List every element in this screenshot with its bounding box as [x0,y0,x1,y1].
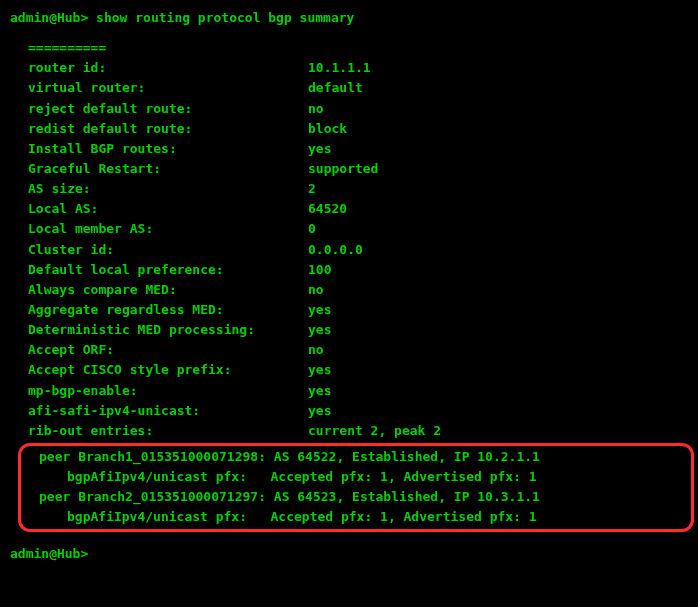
command-output: ========== router id:10.1.1.1virtual rou… [10,38,688,531]
prompt-line-bottom[interactable]: admin@Hub> [10,544,688,564]
row-label: afi-safi-ipv4-unicast: [28,401,308,421]
row-label: AS size: [28,179,308,199]
row-label: Accept CISCO style prefix: [28,360,308,380]
peer-subline: bgpAfiIpv4/unicast pfx: Accepted pfx: 1,… [29,467,687,487]
row-value: 2 [308,179,316,199]
row-value: yes [308,320,331,340]
row-label: Default local preference: [28,260,308,280]
row-label: Local AS: [28,199,308,219]
row-value: default [308,78,363,98]
row-label: reject default route: [28,99,308,119]
prompt-line-top[interactable]: admin@Hub> show routing protocol bgp sum… [10,8,688,28]
summary-row: Always compare MED:no [28,280,688,300]
peer-subline: bgpAfiIpv4/unicast pfx: Accepted pfx: 1,… [29,507,687,527]
row-label: Deterministic MED processing: [28,320,308,340]
row-value: yes [308,360,331,380]
row-label: router id: [28,58,308,78]
row-value: yes [308,300,331,320]
row-value: yes [308,381,331,401]
row-value: no [308,340,324,360]
row-value: supported [308,159,378,179]
row-value: 64520 [308,199,347,219]
summary-row: router id:10.1.1.1 [28,58,688,78]
shell-prompt-bottom: admin@Hub> [10,546,88,561]
summary-row: Aggregate regardless MED:yes [28,300,688,320]
peer-line: peer Branch2_015351000071297: AS 64523, … [29,487,687,507]
row-value: block [308,119,347,139]
row-label: virtual router: [28,78,308,98]
summary-row: mp-bgp-enable:yes [28,381,688,401]
summary-row: Local member AS:0 [28,219,688,239]
summary-row: Deterministic MED processing:yes [28,320,688,340]
row-label: Local member AS: [28,219,308,239]
row-label: Aggregate regardless MED: [28,300,308,320]
summary-row: Accept ORF:no [28,340,688,360]
row-value: no [308,99,324,119]
row-value: 0 [308,219,316,239]
summary-row: AS size:2 [28,179,688,199]
row-value: 10.1.1.1 [308,58,371,78]
summary-row: redist default route:block [28,119,688,139]
summary-row: reject default route:no [28,99,688,119]
summary-row: Default local preference:100 [28,260,688,280]
row-label: Cluster id: [28,240,308,260]
summary-row: afi-safi-ipv4-unicast:yes [28,401,688,421]
row-label: Install BGP routes: [28,139,308,159]
row-label: redist default route: [28,119,308,139]
summary-rows: router id:10.1.1.1virtual router:default… [28,58,688,441]
row-label: rib-out entries: [28,421,308,441]
summary-row: Graceful Restart:supported [28,159,688,179]
peer-line: peer Branch1_015351000071298: AS 64522, … [29,447,687,467]
summary-row: Accept CISCO style prefix:yes [28,360,688,380]
row-value: 0.0.0.0 [308,240,363,260]
summary-row: rib-out entries:current 2, peak 2 [28,421,688,441]
divider-line: ========== [28,38,688,58]
shell-prompt: admin@Hub> [10,10,88,25]
row-label: Accept ORF: [28,340,308,360]
row-value: current 2, peak 2 [308,421,441,441]
row-value: no [308,280,324,300]
row-value: 100 [308,260,331,280]
row-label: Graceful Restart: [28,159,308,179]
command-text: show routing protocol bgp summary [96,10,354,25]
row-label: mp-bgp-enable: [28,381,308,401]
summary-row: Cluster id:0.0.0.0 [28,240,688,260]
peer-highlight-box: peer Branch1_015351000071298: AS 64522, … [18,443,694,532]
row-value: yes [308,401,331,421]
spacer [10,534,688,544]
summary-row: Local AS:64520 [28,199,688,219]
row-value: yes [308,139,331,159]
row-label: Always compare MED: [28,280,308,300]
summary-row: virtual router:default [28,78,688,98]
summary-row: Install BGP routes:yes [28,139,688,159]
